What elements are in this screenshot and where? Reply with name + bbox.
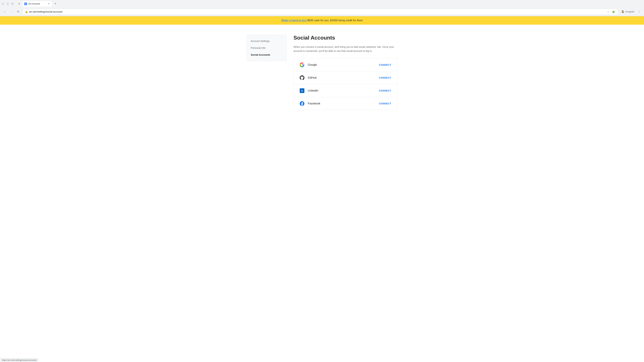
new-tab-button[interactable]: + — [53, 1, 58, 6]
browser-tab[interactable]: A Arc Account ✕ — [22, 1, 52, 7]
forward-button[interactable]: → — [9, 9, 14, 14]
sidebar-item-social-accounts[interactable]: Social Accounts — [247, 51, 286, 58]
google-account-row: Google CONNECT — [294, 58, 397, 71]
github-name: GitHub — [308, 76, 378, 79]
linkedin-account-row: in Linkedin CONNECT — [294, 84, 397, 97]
window-controls: — □ ✕ — [1, 2, 14, 5]
facebook-connect-button[interactable]: CONNECT — [378, 101, 392, 106]
title-bar: — □ ✕ ▾ A Arc Account ✕ + — [0, 0, 644, 7]
back-icon: ← — [3, 10, 6, 13]
referral-link[interactable]: [Refer a friend to Arc] — [281, 19, 306, 22]
incognito-icon: 🕵 — [622, 10, 624, 13]
maximize-button[interactable]: □ — [6, 2, 10, 5]
close-button[interactable]: ✕ — [11, 2, 14, 5]
reload-icon: ↻ — [17, 10, 19, 13]
bookmark-button[interactable]: ☆ — [606, 9, 610, 14]
linkedin-letter: in — [301, 89, 303, 92]
linkedin-connect-button[interactable]: CONNECT — [378, 88, 392, 93]
facebook-icon — [299, 100, 305, 107]
sidebar-account-settings-label: Account Settings — [251, 39, 270, 42]
extensions-button[interactable]: 🧩 — [611, 9, 616, 14]
chevron-down-icon: ▾ — [18, 2, 20, 5]
sidebar-social-accounts-label: Social Accounts — [251, 53, 270, 56]
page-content: Social Accounts When you connect a socia… — [294, 35, 398, 343]
incognito-button[interactable]: 🕵 Incognito — [620, 10, 636, 13]
linkedin-icon: in — [299, 88, 305, 94]
address-text: arc.dev/settings/social-accounts — [29, 10, 604, 13]
address-bar[interactable]: 🔒 arc.dev/settings/social-accounts ☆ 🧩 — [22, 9, 619, 15]
sidebar-nav: Account Settings Personal Info Social Ac… — [246, 35, 287, 61]
puzzle-icon: 🧩 — [612, 10, 615, 13]
content-wrapper: Account Settings Personal Info Social Ac… — [246, 35, 398, 343]
referral-banner: [Refer a friend to Arc] $500 cash for yo… — [0, 16, 644, 25]
github-account-row: GitHub CONNECT — [294, 71, 397, 84]
incognito-label: Incognito — [626, 10, 634, 13]
minimize-button[interactable]: — — [1, 2, 5, 5]
browser-chrome: — □ ✕ ▾ A Arc Account ✕ + — [0, 0, 644, 16]
sidebar-personal-info-label: Personal Info — [251, 46, 266, 49]
linkedin-name: Linkedin — [308, 89, 378, 92]
tab-favicon-icon: A — [24, 2, 27, 5]
page-title: Social Accounts — [294, 35, 398, 41]
sidebar-item-personal-info[interactable]: Personal Info — [247, 44, 286, 51]
back-button[interactable]: ← — [2, 9, 8, 14]
security-icon: 🔒 — [25, 10, 28, 13]
google-icon — [299, 62, 305, 68]
github-icon — [299, 75, 305, 81]
social-accounts-list: Google CONNECT GitHub CONNECT — [294, 58, 398, 110]
facebook-name: Facebook — [308, 102, 378, 105]
more-icon: ⋮ — [638, 10, 641, 13]
main-content: Account Settings Personal Info Social Ac… — [0, 25, 644, 353]
page-description: When you connect a social account, we'll… — [294, 45, 398, 53]
tab-bar: ▾ A Arc Account ✕ + — [16, 1, 59, 7]
toolbar-actions: 🕵 Incognito ⋮ — [620, 9, 642, 14]
plus-icon: + — [54, 2, 56, 5]
address-actions: ☆ 🧩 — [606, 9, 616, 14]
sidebar-item-account-settings[interactable]: Account Settings — [247, 37, 286, 44]
tab-title: Arc Account — [28, 2, 46, 5]
github-connect-button[interactable]: CONNECT — [378, 75, 392, 80]
browser-toolbar: ← → ↻ 🔒 arc.dev/settings/social-accounts… — [0, 7, 644, 16]
svg-text:A: A — [25, 3, 26, 5]
google-name: Google — [308, 63, 378, 66]
star-icon: ☆ — [607, 10, 609, 13]
reload-button[interactable]: ↻ — [16, 9, 21, 14]
banner-text: $500 cash for you, $1000 hiring credit f… — [306, 19, 363, 22]
tab-close-button[interactable]: ✕ — [48, 2, 50, 5]
menu-button[interactable]: ⋮ — [636, 9, 642, 14]
google-connect-button[interactable]: CONNECT — [378, 62, 392, 67]
tab-nav-button[interactable]: ▾ — [17, 1, 22, 6]
facebook-account-row: Facebook CONNECT — [294, 97, 397, 110]
forward-icon: → — [10, 10, 13, 13]
